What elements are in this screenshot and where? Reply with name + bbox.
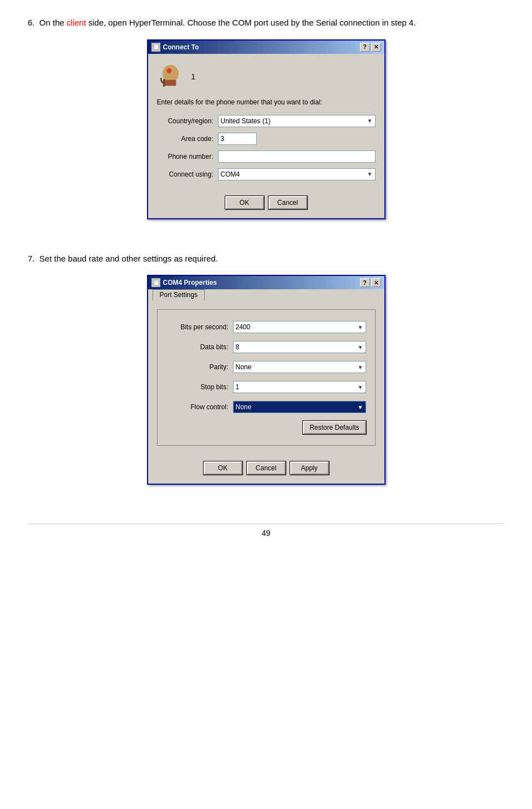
bits-per-second-row: Bits per second: 2400 ▼ xyxy=(166,321,366,333)
com4-help-button[interactable]: ? xyxy=(360,278,370,287)
parity-value: None xyxy=(236,363,252,371)
tab-strip: Port Settings xyxy=(148,289,384,300)
titlebar-left: 🖥 Connect To xyxy=(151,43,199,52)
svg-rect-3 xyxy=(163,79,165,87)
svg-point-2 xyxy=(166,68,171,73)
data-bits-select[interactable]: 8 ▼ xyxy=(233,341,366,353)
data-bits-row: Data bits: 8 ▼ xyxy=(166,341,366,353)
bits-per-second-value: 2400 xyxy=(236,323,251,331)
port-settings-tab[interactable]: Port Settings xyxy=(153,289,205,300)
titlebar-buttons: ? ✕ xyxy=(360,43,381,52)
port-settings-box: Bits per second: 2400 ▼ Data bits: 8 ▼ xyxy=(157,309,376,446)
area-code-label: Area code: xyxy=(157,135,218,143)
country-row: Country/region: United States (1) ▼ xyxy=(157,115,376,127)
step-6-prefix: On the xyxy=(39,18,67,27)
dialog-icon: 🖥 xyxy=(151,43,160,52)
connect-to-titlebar: 🖥 Connect To ? ✕ xyxy=(148,41,384,54)
cancel-button[interactable]: Cancel xyxy=(268,196,307,209)
step-7-text: 7. Set the baud rate and other settings … xyxy=(28,253,504,265)
connect-to-dialog: 🖥 Connect To ? ✕ xyxy=(147,39,386,219)
com4-dialog-icon: 🖥 xyxy=(151,278,160,287)
flow-control-label: Flow control: xyxy=(166,403,233,411)
connect-to-buttons: OK Cancel xyxy=(157,192,376,209)
parity-arrow: ▼ xyxy=(358,364,363,370)
flow-control-select[interactable]: None ▼ xyxy=(233,401,366,413)
connect-using-label: Connect using: xyxy=(157,170,218,178)
step-6: 6. On the client side, open HyperTermina… xyxy=(28,17,504,236)
phone-label: Phone number: xyxy=(157,153,218,160)
svg-rect-1 xyxy=(165,80,176,86)
page-number: 49 xyxy=(28,524,504,537)
phone-input[interactable] xyxy=(218,150,376,163)
restore-row: Restore Defaults xyxy=(166,421,366,434)
help-button[interactable]: ? xyxy=(360,43,370,52)
connect-using-value: COM4 xyxy=(221,170,240,178)
bits-per-second-label: Bits per second: xyxy=(166,323,233,331)
step-6-suffix: side, open HyperTerminal. Choose the COM… xyxy=(86,18,416,27)
connect-to-dialog-container: 🖥 Connect To ? ✕ xyxy=(28,39,504,219)
parity-label: Parity: xyxy=(166,363,233,371)
connect-to-content: 1 Enter details for the phone number tha… xyxy=(148,54,384,218)
restore-defaults-button[interactable]: Restore Defaults xyxy=(303,421,366,434)
stop-bits-row: Stop bits: 1 ▼ xyxy=(166,381,366,393)
stop-bits-label: Stop bits: xyxy=(166,383,233,391)
close-button[interactable]: ✕ xyxy=(371,43,381,52)
connect-using-row: Connect using: COM4 ▼ xyxy=(157,168,376,180)
com4-ok-button[interactable]: OK xyxy=(204,461,242,475)
stop-bits-select[interactable]: 1 ▼ xyxy=(233,381,366,393)
step-7: 7. Set the baud rate and other settings … xyxy=(28,253,504,502)
com4-title: COM4 Properties xyxy=(163,279,217,287)
client-word: client xyxy=(67,18,86,27)
com4-apply-button[interactable]: Apply xyxy=(290,461,329,475)
connect-description: Enter details for the phone number that … xyxy=(157,98,376,106)
parity-select[interactable]: None ▼ xyxy=(233,361,366,373)
stop-bits-value: 1 xyxy=(236,383,240,391)
connect-using-arrow: ▼ xyxy=(367,171,373,177)
data-bits-value: 8 xyxy=(236,343,240,351)
flow-control-value: None xyxy=(236,403,252,411)
country-label: Country/region: xyxy=(157,117,218,125)
com4-close-button[interactable]: ✕ xyxy=(371,278,381,287)
connect-using-select[interactable]: COM4 ▼ xyxy=(218,168,376,180)
stop-bits-arrow: ▼ xyxy=(358,384,363,390)
com4-titlebar: 🖥 COM4 Properties ? ✕ xyxy=(148,276,384,289)
connect-header: 1 xyxy=(157,63,376,91)
parity-row: Parity: None ▼ xyxy=(166,361,366,373)
country-arrow: ▼ xyxy=(367,118,373,124)
ok-button[interactable]: OK xyxy=(225,196,264,209)
step-6-text: 6. On the client side, open HyperTermina… xyxy=(28,17,504,29)
connect-to-title: Connect To xyxy=(163,43,199,51)
flow-control-row: Flow control: None ▼ xyxy=(166,401,366,413)
phone-icon xyxy=(157,63,185,91)
area-code-row: Area code: xyxy=(157,133,376,145)
page-number-text: 49 xyxy=(262,529,271,537)
bits-per-second-arrow: ▼ xyxy=(358,324,363,330)
data-bits-label: Data bits: xyxy=(166,343,233,351)
com4-dialog: 🖥 COM4 Properties ? ✕ Port Settings Bits… xyxy=(147,275,386,485)
com4-titlebar-buttons: ? ✕ xyxy=(360,278,381,287)
com4-dialog-container: 🖥 COM4 Properties ? ✕ Port Settings Bits… xyxy=(28,275,504,485)
area-code-input[interactable] xyxy=(218,133,257,145)
phone-row: Phone number: xyxy=(157,150,376,163)
flow-control-arrow: ▼ xyxy=(358,404,363,410)
country-select[interactable]: United States (1) ▼ xyxy=(218,115,376,127)
com4-cancel-button[interactable]: Cancel xyxy=(247,461,286,475)
com4-buttons: OK Cancel Apply xyxy=(157,457,376,475)
data-bits-arrow: ▼ xyxy=(358,344,363,350)
com4-content: Bits per second: 2400 ▼ Data bits: 8 ▼ xyxy=(148,300,384,484)
connect-number: 1 xyxy=(191,72,196,81)
step-7-content: Set the baud rate and other settings as … xyxy=(39,254,218,263)
com4-titlebar-left: 🖥 COM4 Properties xyxy=(151,278,217,287)
country-value: United States (1) xyxy=(221,117,271,125)
bits-per-second-select[interactable]: 2400 ▼ xyxy=(233,321,366,333)
